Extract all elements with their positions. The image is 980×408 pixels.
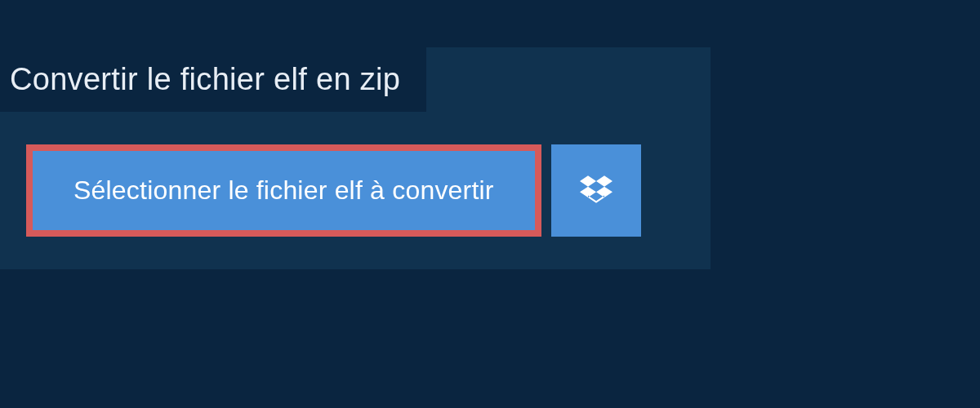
select-file-button[interactable]: Sélectionner le fichier elf à convertir [26, 144, 541, 237]
dropbox-button[interactable] [551, 144, 641, 237]
page-title: Convertir le fichier elf en zip [0, 47, 426, 112]
dropbox-icon [580, 173, 612, 208]
converter-panel: Convertir le fichier elf en zip Sélectio… [0, 47, 710, 269]
actions-row: Sélectionner le fichier elf à convertir [26, 144, 710, 237]
